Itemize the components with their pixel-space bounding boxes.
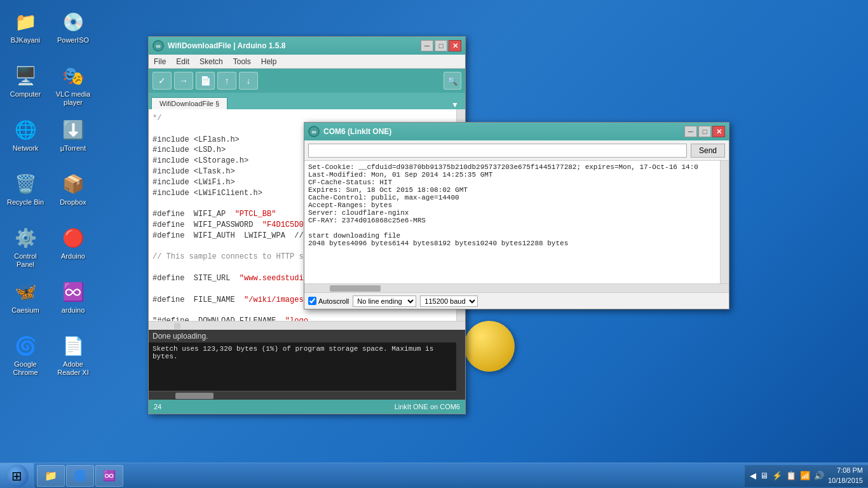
menu-sketch[interactable]: Sketch	[197, 57, 226, 67]
icon-arduino-blue-label: arduino	[62, 306, 85, 315]
arduino-board-status: LinkIt ONE on COM6	[395, 403, 460, 410]
icon-caesium[interactable]: 🦋 Caesium	[3, 276, 48, 330]
icon-bjkayani[interactable]: 📁 BJKayani	[3, 6, 48, 60]
desktop-icons-grid: 📁 BJKayani 💿 PowerISO 🖥️ Computer 🎭 VLC …	[3, 6, 98, 384]
tray-network-icon[interactable]: 🖥	[760, 471, 768, 480]
arduino-toolbar: ✓ → 📄 ↑ ↓ 🔍	[149, 69, 465, 93]
serial-input-row: Send	[304, 140, 729, 161]
line-ending-select[interactable]: No line ending Newline Carriage return B…	[353, 295, 416, 307]
serial-minimize-button[interactable]: ─	[684, 126, 697, 137]
tray-action-center-icon[interactable]: 📋	[786, 471, 796, 480]
system-clock[interactable]: 7:08 PM 10/18/2015	[828, 466, 863, 485]
serial-line-1: Set-Cookie: __cfduid=d93870bb91375b210db…	[308, 163, 717, 171]
icon-control-panel[interactable]: ⚙️ Control Panel	[3, 222, 48, 276]
icon-dropbox-label: Dropbox	[60, 198, 86, 207]
serial-vertical-scrollbar[interactable]	[720, 161, 729, 283]
menu-edit[interactable]: Edit	[173, 57, 192, 67]
serial-window-title: COM6 (LinkIt ONE)	[323, 127, 391, 136]
console-line-2: bytes.	[153, 353, 461, 360]
search-button[interactable]: 🔍	[444, 72, 461, 90]
tab-label: WifiDownloadFile §	[159, 100, 219, 107]
upload-button[interactable]: →	[174, 72, 193, 90]
serial-logo: ∞	[308, 126, 320, 137]
menu-file[interactable]: File	[151, 57, 168, 67]
icon-network[interactable]: 🌐 Network	[3, 114, 48, 168]
taskbar-arduino[interactable]: ♾️	[95, 465, 123, 487]
taskbar-items: 📁 🌀 ♾️	[34, 465, 745, 487]
vlc-icon: 🎭	[60, 63, 86, 88]
arduino-red-icon: 🔴	[60, 225, 86, 250]
taskbar-arduino-icon: ♾️	[102, 469, 116, 483]
open-button[interactable]: ↑	[217, 72, 236, 90]
disc-icon: 💿	[60, 9, 86, 34]
tray-volume-icon[interactable]: 🔊	[814, 471, 824, 480]
icon-utorrent[interactable]: ⬇️ µTorrent	[51, 114, 95, 168]
arduino-line-number: 24	[154, 403, 161, 410]
icon-arduino-red[interactable]: 🔴 Arduino	[51, 222, 95, 276]
icon-computer[interactable]: 🖥️ Computer	[3, 60, 48, 114]
new-button[interactable]: 📄	[196, 72, 215, 90]
code-line-20: "#define DOWNLOAD_FILENAME "logo...	[153, 316, 452, 321]
serial-send-button[interactable]: Send	[691, 144, 725, 158]
tab-dropdown-arrow[interactable]: ▼	[447, 100, 463, 109]
icon-adobe[interactable]: 📄 Adobe Reader XI	[51, 330, 95, 384]
serial-window-controls: ─ □ ✕	[684, 126, 725, 137]
taskbar-chrome[interactable]: 🌀	[66, 465, 94, 487]
verify-button[interactable]: ✓	[153, 72, 172, 90]
icon-poweriso-label: PowerISO	[57, 36, 89, 44]
serial-input-field[interactable]	[308, 144, 687, 158]
icon-chrome-label: Google Chrome	[6, 360, 45, 377]
serial-line-5: Cache-Control: public, max-age=14400	[308, 194, 717, 201]
computer-icon: 🖥️	[13, 63, 38, 88]
tray-arrow-icon[interactable]: ◀	[750, 471, 756, 480]
serial-line-3: CF-Cache-Status: HIT	[308, 179, 717, 186]
utorrent-icon: ⬇️	[60, 117, 86, 142]
console-vertical-scrollbar[interactable]	[456, 330, 465, 400]
icon-recycle[interactable]: 🗑️ Recycle Bin	[3, 168, 48, 222]
serial-titlebar-left: ∞ COM6 (LinkIt ONE)	[308, 126, 391, 137]
arduino-logo: ∞	[153, 40, 164, 51]
tray-usb-icon[interactable]: ⚡	[772, 471, 782, 480]
arduino-console: Done uploading. Sketch uses 123,320 byte…	[149, 330, 465, 400]
icon-arduino-blue[interactable]: ♾️ arduino	[51, 276, 95, 330]
arduino-maximize-button[interactable]: □	[435, 40, 447, 51]
arduino-titlebar: ∞ WifiDownloadFile | Arduino 1.5.8 ─ □ ✕	[149, 37, 465, 55]
console-horizontal-scrollbar[interactable]	[149, 391, 465, 400]
serial-close-button[interactable]: ✕	[712, 126, 725, 137]
console-output: Sketch uses 123,320 bytes (1%) of progra…	[149, 342, 465, 391]
arduino-tab-active[interactable]: WifiDownloadFile §	[151, 97, 227, 110]
icon-caesium-label: Caesium	[11, 306, 39, 315]
autoscroll-checkbox[interactable]	[308, 297, 316, 305]
arduino-minimize-button[interactable]: ─	[421, 40, 433, 51]
icon-dropbox[interactable]: 📦 Dropbox	[51, 168, 95, 222]
serial-horizontal-scrollbar[interactable]	[304, 283, 729, 292]
dropbox-icon: 📦	[60, 171, 86, 196]
menu-tools[interactable]: Tools	[231, 57, 254, 67]
folder-icon: 📁	[13, 9, 38, 34]
arduino-window-controls: ─ □ ✕	[421, 40, 461, 51]
icon-network-label: Network	[13, 144, 38, 152]
serial-line-9	[308, 224, 717, 232]
serial-output-text[interactable]: Set-Cookie: __cfduid=d93870bb91375b210db…	[304, 161, 729, 283]
serial-maximize-button[interactable]: □	[698, 126, 711, 137]
arduino-horizontal-scrollbar[interactable]	[149, 321, 465, 330]
icon-poweriso[interactable]: 💿 PowerISO	[51, 6, 95, 60]
autoscroll-label[interactable]: Autoscroll	[308, 297, 349, 305]
taskbar-file-explorer[interactable]: 📁	[37, 465, 65, 487]
arduino-close-button[interactable]: ✕	[449, 40, 461, 51]
arduino-blue-icon: ♾️	[60, 279, 86, 304]
control-panel-icon: ⚙️	[13, 225, 38, 250]
icon-utorrent-label: µTorrent	[60, 144, 86, 152]
start-button[interactable]: ⊞	[0, 463, 34, 489]
icon-chrome[interactable]: 🌀 Google Chrome	[3, 330, 48, 384]
save-button[interactable]: ↓	[239, 72, 258, 90]
taskbar-folder-icon: 📁	[44, 469, 58, 483]
clock-date: 10/18/2015	[828, 476, 863, 485]
tray-signal-icon[interactable]: 📶	[800, 471, 810, 480]
menu-help[interactable]: Help	[259, 57, 280, 67]
icon-vlc[interactable]: 🎭 VLC media player	[51, 60, 95, 114]
serial-titlebar: ∞ COM6 (LinkIt ONE) ─ □ ✕	[304, 123, 729, 140]
baud-rate-select[interactable]: 300 baud 1200 baud 2400 baud 4800 baud 9…	[420, 295, 478, 307]
arduino-status-bar: 24 LinkIt ONE on COM6	[149, 400, 465, 414]
icon-recycle-label: Recycle Bin	[7, 198, 44, 207]
